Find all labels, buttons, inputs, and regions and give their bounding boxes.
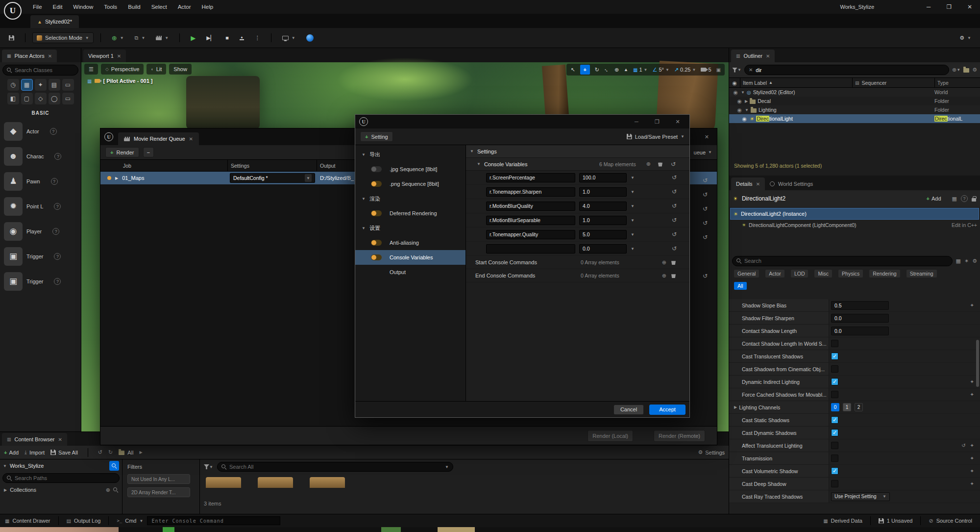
rotate-tool-icon[interactable]: ↻ [595, 67, 599, 73]
cvar-value-input[interactable]: 1.0 [579, 187, 627, 197]
sparkle-icon[interactable]: ✦ [970, 443, 974, 448]
menu-file[interactable]: File [27, 0, 48, 14]
asset-filter-icon[interactable]: ▼ [204, 464, 213, 469]
nav-anti-aliasing[interactable]: Anti-aliasing [355, 235, 466, 250]
column-item-label[interactable]: Item Label▲ [740, 78, 852, 87]
column-sequencer[interactable]: ▤Sequencer [852, 78, 934, 87]
category-shapes-icon[interactable]: ▤ [49, 79, 60, 91]
world-coords-icon[interactable]: ⊕ [614, 67, 619, 73]
tab-content-browser[interactable]: ▥ Content Browser ✕ [2, 433, 67, 446]
cvar-value-input[interactable]: 100.0 [579, 173, 627, 182]
chevron-down-icon[interactable]: ▼ [631, 176, 635, 180]
transmission-checkbox[interactable]: ✓ [831, 455, 838, 462]
cast-static-shadows-checkbox[interactable]: ✓ [831, 416, 838, 424]
tab-viewport-1[interactable]: Viewport 1 ✕ [83, 50, 126, 62]
reset-icon[interactable]: ↺ [672, 231, 677, 238]
browser-icon[interactable] [302, 32, 318, 44]
chevron-down-icon[interactable]: ▼ [631, 218, 635, 223]
cvar-key-input[interactable]: r.MotionBlurSeparable [486, 216, 575, 225]
console-command-box[interactable] [147, 516, 280, 525]
lit-dropdown[interactable]: ◐Lit [147, 64, 166, 75]
chevron-down-icon[interactable]: ▼ [631, 204, 635, 208]
load-save-queue-button[interactable]: ueue▼ [694, 150, 712, 155]
instance-row[interactable]: ☀ DirectionalLight2 (Instance) [730, 208, 979, 220]
root-folder-label[interactable]: Works_Stylize [10, 463, 44, 469]
browse-icon[interactable]: ▦ [952, 196, 957, 202]
unsaved-button[interactable]: 1 Unsaved [879, 518, 913, 524]
expand-icon[interactable]: ▶ [745, 99, 748, 103]
reset-icon[interactable]: ↺ [703, 191, 708, 198]
outliner-row-decal[interactable]: ◉ ▶ Decal Folder [729, 97, 980, 105]
search-all-box[interactable]: ▼ [217, 462, 453, 472]
menu-select[interactable]: Select [146, 0, 172, 14]
place-actor-item[interactable]: ◉Player? [0, 219, 81, 244]
mrq-tab[interactable]: Movie Render Queue ✕ [118, 132, 199, 145]
outliner-row-lighting[interactable]: ◉ ▼ Lighting Folder [729, 105, 980, 114]
nav-png-sequence[interactable]: .png Sequence [8bit] [355, 177, 466, 191]
remove-job-button[interactable]: − [143, 147, 154, 157]
details-settings-icon[interactable]: ⚙ [972, 258, 977, 264]
close-icon[interactable]: ✕ [48, 53, 52, 59]
search-classes-box[interactable] [2, 65, 78, 76]
menu-edit[interactable]: Edit [48, 0, 68, 14]
selection-mode-dropdown[interactable]: Selection Mode ▼ [32, 32, 94, 43]
place-actor-item[interactable]: ▣Trigger? [0, 269, 81, 294]
save-all-button[interactable]: Save All [50, 450, 78, 456]
expand-icon[interactable]: ▶ [734, 405, 737, 409]
cvar-value-input[interactable]: 5.0 [579, 230, 627, 239]
tab-world-settings[interactable]: World Settings [765, 177, 818, 190]
toggle-switch[interactable] [371, 210, 382, 216]
search-options-icon[interactable]: ▼ [445, 465, 449, 469]
toggle-switch[interactable] [371, 181, 382, 187]
path-search-button[interactable] [109, 461, 119, 471]
cast-cinematic-shadows-checkbox[interactable]: ✓ [831, 365, 838, 373]
contact-shadow-world-checkbox[interactable]: ✓ [831, 340, 838, 347]
lock-icon[interactable] [972, 196, 976, 202]
category-cinematic-icon[interactable]: ▭ [62, 79, 74, 91]
tab-stylized02[interactable]: ▲ Stylized02* [30, 15, 79, 28]
render-remote-button[interactable]: Render (Remote) [654, 430, 705, 442]
scale-tool-icon[interactable]: ↔ [603, 66, 611, 74]
cast-volumetric-shadow-checkbox[interactable]: ✓ [831, 467, 838, 475]
place-actor-item[interactable]: ♟Pawn? [0, 169, 81, 194]
expand-icon[interactable]: ▼ [745, 108, 749, 112]
close-button[interactable]: ✕ [959, 0, 980, 14]
dynamic-indirect-lighting-checkbox[interactable]: ✓ [831, 378, 838, 385]
output-log-button[interactable]: ▤Output Log [67, 518, 101, 524]
component-row[interactable]: ☀ DirectionalLightComponent (LightCompon… [729, 220, 980, 230]
category-recent-icon[interactable]: ◷ [7, 79, 19, 91]
toggle-switch[interactable] [371, 166, 382, 172]
filter-actor[interactable]: Actor [765, 270, 784, 278]
move-tool-icon[interactable]: + [580, 65, 590, 75]
search-classes-input[interactable] [15, 67, 74, 73]
filter-general[interactable]: General [734, 270, 759, 278]
close-icon[interactable]: ✕ [670, 119, 686, 125]
lighting-channel-1[interactable]: 1 [843, 403, 851, 411]
cast-ray-traced-shadows-dropdown[interactable]: Use Project Setting▼ [831, 492, 890, 501]
tab-outliner[interactable]: ▥ Outliner ✕ [731, 50, 775, 62]
add-setting-button[interactable]: +Setting [360, 131, 393, 142]
cb-settings-button[interactable]: ⚙Settings [698, 449, 725, 456]
filter-chip[interactable]: 2D Array Render T... [127, 487, 190, 497]
platforms-button[interactable]: ▼ [278, 34, 299, 42]
reset-icon[interactable]: ↺ [671, 161, 676, 168]
reset-icon[interactable]: ↺ [703, 205, 708, 212]
reset-icon[interactable]: ↺ [672, 217, 677, 224]
expand-icon[interactable]: ▶ [115, 176, 118, 180]
reset-icon[interactable]: ↺ [672, 245, 677, 252]
force-cached-shadows-checkbox[interactable]: ✓ [831, 391, 838, 398]
reset-icon[interactable]: ↺ [672, 174, 677, 181]
sparkle-icon[interactable]: ✦ [970, 392, 974, 397]
source-control-button[interactable]: ⊘Source Control [929, 518, 972, 524]
add-component-button[interactable]: +Add [927, 196, 941, 202]
surface-snap-icon[interactable]: ▲ [624, 67, 628, 72]
close-icon[interactable]: ✕ [117, 53, 121, 59]
nav-header-export[interactable]: ▼导出 [355, 147, 466, 162]
eject-button[interactable]: ▲ [236, 34, 248, 42]
add-actor-icon[interactable]: ⊕▼ [952, 67, 960, 73]
rotation-snap-value[interactable]: 5° [659, 67, 664, 73]
minimize-button[interactable]: ─ [918, 0, 939, 14]
nav-header-settings[interactable]: ▼设置 [355, 221, 466, 235]
menu-help[interactable]: Help [196, 0, 219, 14]
cvar-value-input[interactable]: 4.0 [579, 202, 627, 211]
